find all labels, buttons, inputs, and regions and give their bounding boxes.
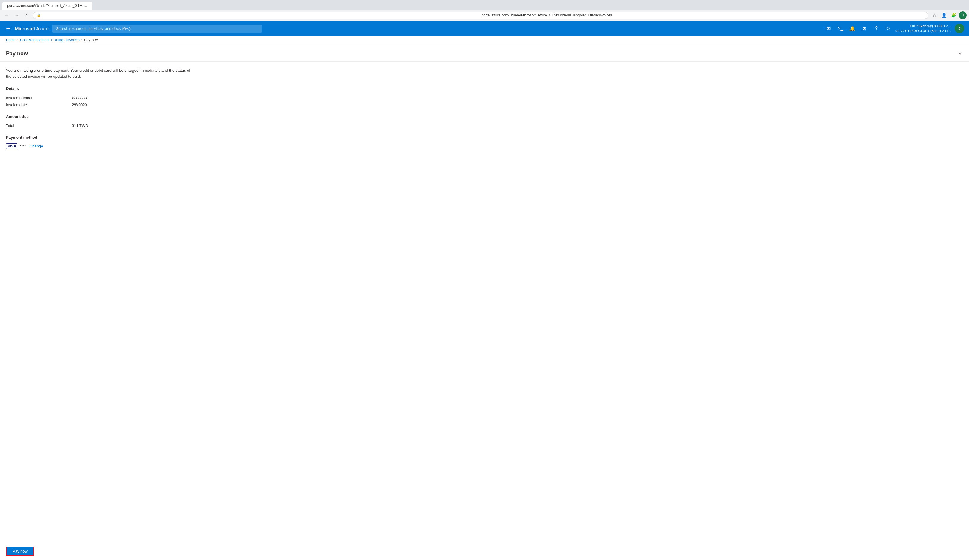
browser-tab[interactable]: portal.azure.com/#blade/Microsoft_Azure_… xyxy=(2,2,92,10)
feedback-smile-icon[interactable]: ☺ xyxy=(883,23,894,34)
header-user-email: billtest456tw@outlook.c... xyxy=(911,24,951,29)
panel-title: Pay now xyxy=(6,50,28,57)
breadcrumb-sep-1: › xyxy=(17,38,18,42)
tab-title: portal.azure.com/#blade/Microsoft_Azure_… xyxy=(7,3,92,8)
address-bar-url: portal.azure.com/#blade/Microsoft_Azure_… xyxy=(481,13,924,17)
amount-due-heading: Amount due xyxy=(6,114,963,119)
settings-icon[interactable]: ⚙ xyxy=(859,23,870,34)
breadcrumb: Home › Cost Management + Billing - Invoi… xyxy=(0,36,969,45)
amount-due-section: Amount due Total 314 TWD xyxy=(6,114,963,129)
details-heading: Details xyxy=(6,86,963,91)
browser-chrome: portal.azure.com/#blade/Microsoft_Azure_… xyxy=(0,0,969,10)
visa-logo: VISA xyxy=(6,143,17,149)
profile-icon[interactable]: 👤 xyxy=(940,11,948,20)
browser-toolbar-icons: ☆ 👤 🧩 J xyxy=(930,11,967,20)
panel-header: Pay now ✕ xyxy=(0,45,969,61)
panel-close-button[interactable]: ✕ xyxy=(957,50,963,58)
invoice-date-label: Invoice date xyxy=(6,103,72,107)
help-icon[interactable]: ? xyxy=(871,23,882,34)
browser-toolbar: ← → ↻ 🔒 portal.azure.com/#blade/Microsof… xyxy=(0,10,969,21)
bookmark-icon[interactable]: ☆ xyxy=(930,11,939,20)
total-value: 314 TWD xyxy=(72,123,88,128)
description-text: You are making a one-time payment. Your … xyxy=(6,68,191,79)
amount-due-table: Total 314 TWD xyxy=(6,122,963,129)
breadcrumb-billing[interactable]: Cost Management + Billing - Invoices xyxy=(20,38,79,42)
panel-body: You are making a one-time payment. Your … xyxy=(0,61,969,560)
breadcrumb-sep-2: › xyxy=(82,38,82,42)
cloud-shell-icon[interactable]: >_ xyxy=(835,23,846,34)
header-user-directory: DEFAULT DIRECTORY (BILLTEST4... xyxy=(895,29,951,33)
header-user-info: billtest456tw@outlook.c... DEFAULT DIREC… xyxy=(895,24,951,33)
breadcrumb-home[interactable]: Home xyxy=(6,38,15,42)
browser-avatar[interactable]: J xyxy=(959,12,967,19)
pay-now-button[interactable]: Pay now xyxy=(6,547,34,556)
lock-icon: 🔒 xyxy=(37,13,480,17)
azure-search-input[interactable] xyxy=(52,25,262,33)
address-bar[interactable]: 🔒 portal.azure.com/#blade/Microsoft_Azur… xyxy=(33,12,928,19)
payment-method-section: Payment method VISA **** Change xyxy=(6,135,963,149)
total-row: Total 314 TWD xyxy=(6,122,963,129)
azure-logo: Microsoft Azure xyxy=(15,26,49,31)
forward-button[interactable]: → xyxy=(13,11,21,20)
visa-dots: **** xyxy=(20,144,26,148)
panel-footer: Pay now xyxy=(0,542,969,560)
payment-method-heading: Payment method xyxy=(6,135,963,140)
details-table: Invoice number xxxxxxxx Invoice date 2/8… xyxy=(6,95,963,108)
invoice-number-label: Invoice number xyxy=(6,96,72,100)
invoice-date-value: 2/8/2020 xyxy=(72,103,87,107)
azure-header: ☰ Microsoft Azure ✉ >_ 🔔 ⚙ ? ☺ billtest4… xyxy=(0,21,969,36)
invoice-number-value: xxxxxxxx xyxy=(72,96,87,100)
total-label: Total xyxy=(6,123,72,128)
invoice-number-row: Invoice number xxxxxxxx xyxy=(6,95,963,101)
refresh-button[interactable]: ↻ xyxy=(23,11,31,20)
extension-icon[interactable]: 🧩 xyxy=(949,11,957,20)
header-right-icons: ✉ >_ 🔔 ⚙ ? ☺ billtest456tw@outlook.c... … xyxy=(823,23,964,34)
invoice-date-row: Invoice date 2/8/2020 xyxy=(6,101,963,108)
pay-now-panel: Pay now ✕ You are making a one-time paym… xyxy=(0,45,969,560)
feedback-icon[interactable]: ✉ xyxy=(823,23,834,34)
visa-row: VISA **** Change xyxy=(6,143,963,149)
notifications-icon[interactable]: 🔔 xyxy=(847,23,858,34)
header-avatar[interactable]: J xyxy=(955,23,964,33)
back-button[interactable]: ← xyxy=(2,11,11,20)
hamburger-menu-button[interactable]: ☰ xyxy=(5,25,12,33)
change-payment-link[interactable]: Change xyxy=(30,144,43,148)
breadcrumb-current: Pay now xyxy=(84,38,98,42)
details-section: Details Invoice number xxxxxxxx Invoice … xyxy=(6,86,963,108)
